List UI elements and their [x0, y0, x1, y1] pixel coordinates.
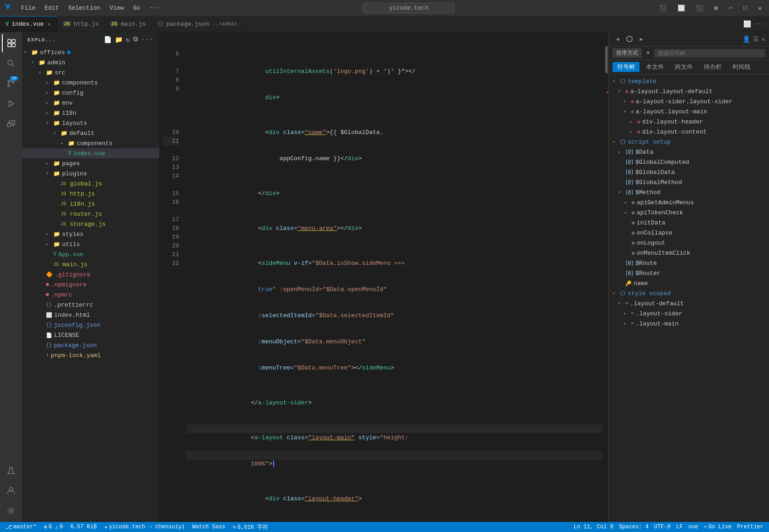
- tree-item-app-vue[interactable]: V App.vue: [22, 249, 159, 259]
- symbol-global-computed[interactable]: [@] $GlobalComputed: [609, 157, 769, 167]
- tree-item-pnpm-lock[interactable]: ! pnpm-lock.yaml: [22, 350, 159, 360]
- window-minimize[interactable]: ─: [725, 4, 736, 13]
- menu-file[interactable]: File: [19, 4, 37, 12]
- tab-timeline[interactable]: 时间线: [728, 62, 755, 72]
- menu-view[interactable]: View: [108, 4, 126, 12]
- symbol-global-data[interactable]: [@] $GlobalData: [609, 167, 769, 177]
- tree-item-default-components[interactable]: ▸ 📁 components: [22, 138, 159, 148]
- tree-item-gitignore[interactable]: 🔶 .gitignore: [22, 269, 159, 280]
- tree-item-config[interactable]: ▸ 📁 config: [22, 88, 159, 98]
- title-search[interactable]: yicode.tech: [363, 3, 455, 13]
- tree-item-prettierrc[interactable]: {} .prettierrc: [22, 300, 159, 310]
- tree-item-i18n[interactable]: ▸ 📁 i18n: [22, 108, 159, 118]
- menu-more[interactable]: ···: [147, 4, 162, 12]
- code-editor[interactable]: utilInternalAssets('logo.png') + ')' }">…: [183, 32, 602, 522]
- refresh-icon[interactable]: ↻: [126, 36, 130, 44]
- status-position[interactable]: Ln 11, Col 9: [572, 524, 615, 530]
- activity-source-control[interactable]: 29: [2, 74, 20, 93]
- window-layout-4[interactable]: ⊞: [711, 4, 722, 13]
- split-editor-icon[interactable]: ⬜: [743, 20, 751, 28]
- status-sass[interactable]: Watch Sass: [191, 524, 227, 530]
- symbol-method[interactable]: ▾ [@] $Method: [609, 187, 769, 197]
- tab-http-js[interactable]: JS http.js: [57, 16, 105, 32]
- tree-item-offices[interactable]: ▾ 📁 offices: [22, 47, 159, 57]
- tab-symbol-tree[interactable]: 符号树: [612, 62, 640, 72]
- tree-item-http-js[interactable]: JS http.js: [22, 189, 159, 199]
- status-chars[interactable]: ✎ 6,616 字符: [231, 523, 270, 531]
- symbol-div-layout-header[interactable]: ▸ ⊕ div.layout-header: [609, 117, 769, 127]
- tree-item-plugins[interactable]: ▾ 📁 plugins: [22, 168, 159, 179]
- tree-item-global-js[interactable]: JS global.js: [22, 179, 159, 189]
- tree-item-pages[interactable]: ▸ 📁 pages: [22, 158, 159, 168]
- symbol-a-layout-main[interactable]: ▾ ⊕ a-layout.layout-main: [609, 106, 769, 117]
- symbol-script-setup[interactable]: ▾ {} script setup: [609, 137, 769, 147]
- tree-item-npmrc[interactable]: ■ .npmrc: [22, 290, 159, 300]
- symbol-name[interactable]: 🔑 name: [609, 278, 769, 288]
- editor-content[interactable]: 6 7 8 9 10 11 12 13 14 15: [160, 32, 608, 522]
- menu-edit[interactable]: Edit: [43, 4, 61, 12]
- activity-run[interactable]: [2, 95, 20, 113]
- status-filesize[interactable]: 6.57 KiB: [68, 524, 99, 530]
- tree-item-layouts[interactable]: ▾ 📁 layouts: [22, 118, 159, 128]
- tree-item-jsconfig-json[interactable]: {} jsconfig.json: [22, 320, 159, 330]
- status-remote[interactable]: ✦ yicode.tech → chensuiyi: [102, 524, 187, 531]
- symbol-a-layout-sider[interactable]: ▾ ⊕ a-layout-sider.layout-sider: [609, 96, 769, 106]
- new-file-icon[interactable]: 📄: [104, 36, 112, 44]
- tab-cross-file[interactable]: 跨文件: [670, 62, 697, 72]
- symbol-template[interactable]: ▾ {} template: [609, 76, 769, 86]
- activity-account[interactable]: [2, 482, 20, 500]
- symbol-api-get-admin-menus[interactable]: ▸ ⊙ apiGetAdminMenus: [609, 197, 769, 207]
- tree-item-default[interactable]: ▾ 📁 default: [22, 128, 159, 138]
- sort-button[interactable]: 排序方式: [612, 48, 642, 58]
- tree-item-env[interactable]: ▸ 📁 env: [22, 98, 159, 108]
- tree-item-utils[interactable]: ▸ 📁 utils: [22, 239, 159, 249]
- tree-item-package-json[interactable]: {} package.json: [22, 340, 159, 350]
- tab-todo[interactable]: 待办栏: [699, 62, 726, 72]
- tree-item-npmignore[interactable]: ■ .npmignore: [22, 280, 159, 290]
- window-layout-2[interactable]: ⬜: [674, 4, 689, 13]
- status-lang[interactable]: vue: [686, 524, 700, 530]
- tree-item-main-js[interactable]: JS main.js: [22, 259, 159, 269]
- nav-forward-active-icon[interactable]: ▶: [636, 34, 646, 44]
- activity-extensions[interactable]: [2, 115, 20, 133]
- tree-item-index-vue[interactable]: V index.vue: [22, 148, 159, 158]
- tree-item-i18n-js[interactable]: JS i18n.js: [22, 199, 159, 209]
- activity-search[interactable]: [2, 54, 20, 73]
- tab-close[interactable]: ✕: [46, 21, 51, 27]
- tree-item-src[interactable]: ▾ 📁 src: [22, 67, 159, 78]
- symbol-on-menu-item-click[interactable]: ⊙ onMenuItemClick: [609, 248, 769, 258]
- hamburger-icon[interactable]: ☰: [753, 35, 759, 43]
- symbol-router[interactable]: [@] $Router: [609, 268, 769, 278]
- activity-flask[interactable]: [2, 461, 20, 480]
- symbol-global-method[interactable]: [@] $GlobalMethod: [609, 177, 769, 187]
- window-layout-3[interactable]: ⬛: [692, 4, 707, 13]
- status-encoding[interactable]: UTF-8: [652, 524, 673, 530]
- close-panel-icon[interactable]: ✕: [762, 35, 765, 43]
- tree-item-storage-js[interactable]: JS storage.js: [22, 219, 159, 229]
- tree-item-styles[interactable]: ▸ 📁 styles: [22, 229, 159, 239]
- nav-back-icon[interactable]: ◀: [612, 34, 623, 44]
- tree-item-components[interactable]: ▸ 📁 components: [22, 78, 159, 88]
- activity-settings[interactable]: [2, 502, 20, 520]
- editor-scrollbar[interactable]: [602, 32, 608, 522]
- status-branch[interactable]: ⎇ master*: [4, 524, 38, 531]
- tree-item-admin[interactable]: ▾ 📁 admin: [22, 57, 159, 67]
- tab-package-json[interactable]: {} package.json ..\admin: [152, 16, 243, 32]
- activity-explorer[interactable]: [2, 34, 20, 52]
- symbol-layout-main[interactable]: ▸ ≈ .layout-main: [609, 319, 769, 329]
- status-errors[interactable]: ⊗ 0 ⚠ 0: [42, 524, 65, 531]
- window-layout-1[interactable]: ⬛: [656, 4, 670, 13]
- symbol-on-collapse[interactable]: ⊙ onCollapse: [609, 228, 769, 238]
- tab-main-js[interactable]: JS main.js: [105, 16, 152, 32]
- new-folder-icon[interactable]: 📁: [115, 36, 123, 44]
- status-eol[interactable]: LF: [674, 524, 685, 530]
- symbol-data[interactable]: ▸ [@] $Data: [609, 147, 769, 157]
- tree-item-index-html[interactable]: ⬜ index.html: [22, 310, 159, 320]
- symbol-layout-default[interactable]: ▾ ≈ .layout-default: [609, 298, 769, 308]
- status-prettier[interactable]: Prettier: [735, 524, 765, 530]
- symbol-style-scoped[interactable]: ▾ {} style scoped: [609, 288, 769, 298]
- symbol-search-input[interactable]: [654, 49, 765, 57]
- tab-index-vue[interactable]: V index.vue ✕: [0, 16, 57, 32]
- status-spaces[interactable]: Spaces: 4: [617, 524, 651, 530]
- tree-item-license[interactable]: 📄 LICENSE: [22, 330, 159, 340]
